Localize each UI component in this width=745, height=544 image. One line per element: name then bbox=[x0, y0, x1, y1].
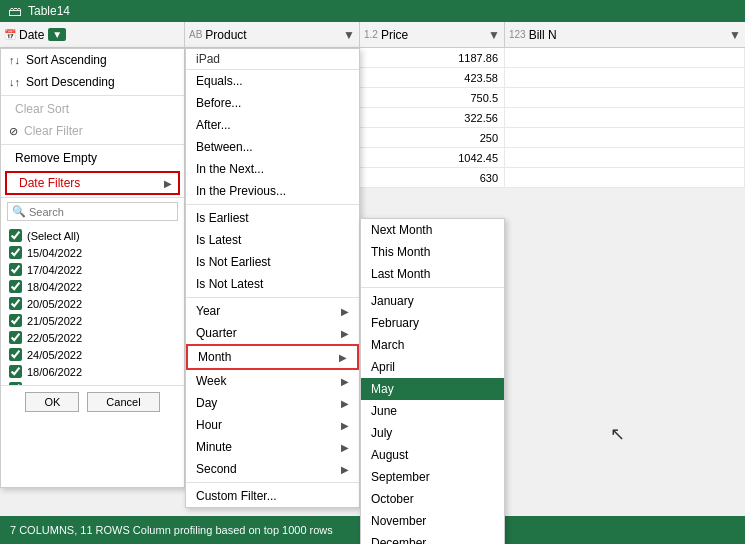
clear-filter-item[interactable]: ⊘ Clear Filter bbox=[1, 120, 184, 142]
submenu-arrow: ▶ bbox=[341, 420, 349, 431]
mid-item-label: Minute bbox=[196, 440, 232, 454]
date-filter-button[interactable]: ▼ bbox=[48, 28, 66, 41]
month-item-november[interactable]: November bbox=[361, 510, 504, 532]
mid-item-minute[interactable]: Minute▶ bbox=[186, 436, 359, 458]
col-header-billn[interactable]: 123 Bill N ▼ bbox=[505, 22, 745, 47]
table-icon: 🗃 bbox=[8, 3, 22, 19]
mid-item-in-next[interactable]: In the Next... bbox=[186, 158, 359, 180]
checkbox-item[interactable]: 21/05/2022 bbox=[1, 312, 184, 329]
mid-item-is-earliest[interactable]: Is Earliest bbox=[186, 207, 359, 229]
mid-item-label: Is Not Latest bbox=[196, 277, 263, 291]
month-item-label: November bbox=[371, 514, 426, 528]
checkbox-d8[interactable] bbox=[9, 365, 22, 378]
checkbox-label: 18/06/2022 bbox=[27, 366, 82, 378]
month-item-may[interactable]: May bbox=[361, 378, 504, 400]
checkbox-select-all[interactable] bbox=[9, 229, 22, 242]
product-type-icon: AB bbox=[189, 29, 202, 40]
checkbox-item[interactable]: 17/04/2022 bbox=[1, 261, 184, 278]
mid-item-after[interactable]: After... bbox=[186, 114, 359, 136]
column-headers: 📅 Date ▼ AB Product ▼ 1.2 Price ▼ 123 Bi… bbox=[0, 22, 745, 48]
mid-item-before[interactable]: Before... bbox=[186, 92, 359, 114]
mid-item-label: Second bbox=[196, 462, 237, 476]
date-filters-item[interactable]: Date Filters ▶ bbox=[5, 171, 180, 195]
checkbox-d4[interactable] bbox=[9, 297, 22, 310]
submenu-arrow: ▶ bbox=[341, 306, 349, 317]
mid-item-in-prev[interactable]: In the Previous... bbox=[186, 180, 359, 202]
col-header-price[interactable]: 1.2 Price ▼ bbox=[360, 22, 505, 47]
checkbox-item[interactable]: 22/05/2022 bbox=[1, 329, 184, 346]
divider-2 bbox=[1, 144, 184, 145]
checkbox-label: 20/06/2022 bbox=[27, 383, 82, 386]
checkbox-d2[interactable] bbox=[9, 263, 22, 276]
mid-item-quarter[interactable]: Quarter▶ bbox=[186, 322, 359, 344]
mid-item-label: After... bbox=[196, 118, 231, 132]
cell-billn bbox=[505, 48, 745, 67]
checkbox-item[interactable]: 18/06/2022 bbox=[1, 363, 184, 380]
mid-item-label: Month bbox=[198, 350, 231, 364]
month-item-label: May bbox=[371, 382, 394, 396]
mid-item-not-earliest[interactable]: Is Not Earliest bbox=[186, 251, 359, 273]
checkbox-item[interactable]: 20/05/2022 bbox=[1, 295, 184, 312]
mid-item-is-latest[interactable]: Is Latest bbox=[186, 229, 359, 251]
month-item-june[interactable]: June bbox=[361, 400, 504, 422]
cell-billn bbox=[505, 108, 745, 127]
checkbox-d1[interactable] bbox=[9, 246, 22, 259]
mid-item-label: Is Not Earliest bbox=[196, 255, 271, 269]
month-item-january[interactable]: January bbox=[361, 290, 504, 312]
mid-item-label: In the Previous... bbox=[196, 184, 286, 198]
sort-asc-icon: ↑↓ bbox=[9, 54, 20, 66]
cancel-button[interactable]: Cancel bbox=[87, 392, 159, 412]
month-item-december[interactable]: December bbox=[361, 532, 504, 544]
mid-divider bbox=[186, 297, 359, 298]
mid-item-label: Is Latest bbox=[196, 233, 241, 247]
col-header-product[interactable]: AB Product ▼ bbox=[185, 22, 360, 47]
clear-sort-item[interactable]: Clear Sort bbox=[1, 98, 184, 120]
checkbox-item[interactable]: (Select All) bbox=[1, 227, 184, 244]
month-item-this-month[interactable]: This Month bbox=[361, 241, 504, 263]
price-dropdown-icon[interactable]: ▼ bbox=[488, 28, 500, 42]
col-header-date[interactable]: 📅 Date ▼ bbox=[0, 22, 185, 47]
price-type-icon: 1.2 bbox=[364, 29, 378, 40]
month-item-last-month[interactable]: Last Month bbox=[361, 263, 504, 285]
mid-item-equals[interactable]: Equals... bbox=[186, 70, 359, 92]
ipad-label: iPad bbox=[196, 52, 220, 66]
checkbox-item[interactable]: 24/05/2022 bbox=[1, 346, 184, 363]
mid-item-week[interactable]: Week▶ bbox=[186, 370, 359, 392]
mid-item-between[interactable]: Between... bbox=[186, 136, 359, 158]
ipad-header: iPad bbox=[186, 49, 359, 70]
checkbox-d5[interactable] bbox=[9, 314, 22, 327]
product-dropdown-icon[interactable]: ▼ bbox=[343, 28, 355, 42]
search-input[interactable] bbox=[29, 206, 173, 218]
date-filters-arrow: ▶ bbox=[164, 178, 172, 189]
mid-item-custom[interactable]: Custom Filter... bbox=[186, 485, 359, 507]
submenu-arrow: ▶ bbox=[341, 464, 349, 475]
mid-item-hour[interactable]: Hour▶ bbox=[186, 414, 359, 436]
sort-desc-icon: ↓↑ bbox=[9, 76, 20, 88]
main-area: iPad 1187.86 423.58 750.5 322.56 250 bbox=[0, 48, 745, 516]
remove-empty-item[interactable]: Remove Empty bbox=[1, 147, 184, 169]
checkbox-d7[interactable] bbox=[9, 348, 22, 361]
month-item-october[interactable]: October bbox=[361, 488, 504, 510]
month-item-february[interactable]: February bbox=[361, 312, 504, 334]
checkbox-item[interactable]: 18/04/2022 bbox=[1, 278, 184, 295]
billn-dropdown-icon[interactable]: ▼ bbox=[729, 28, 741, 42]
month-item-april[interactable]: April bbox=[361, 356, 504, 378]
month-item-next-month[interactable]: Next Month bbox=[361, 219, 504, 241]
mid-item-second[interactable]: Second▶ bbox=[186, 458, 359, 480]
date-filters-label: Date Filters bbox=[19, 176, 80, 190]
mid-item-month[interactable]: Month▶ bbox=[186, 344, 359, 370]
month-item-august[interactable]: August bbox=[361, 444, 504, 466]
checkbox-item[interactable]: 15/04/2022 bbox=[1, 244, 184, 261]
checkbox-d6[interactable] bbox=[9, 331, 22, 344]
sort-descending-item[interactable]: ↓↑ Sort Descending bbox=[1, 71, 184, 93]
mid-item-day[interactable]: Day▶ bbox=[186, 392, 359, 414]
sort-ascending-item[interactable]: ↑↓ Sort Ascending bbox=[1, 49, 184, 71]
mid-item-year[interactable]: Year▶ bbox=[186, 300, 359, 322]
mid-item-not-latest[interactable]: Is Not Latest bbox=[186, 273, 359, 295]
month-item-march[interactable]: March bbox=[361, 334, 504, 356]
checkbox-d9[interactable] bbox=[9, 382, 22, 385]
ok-button[interactable]: OK bbox=[25, 392, 79, 412]
month-item-september[interactable]: September bbox=[361, 466, 504, 488]
month-item-july[interactable]: July bbox=[361, 422, 504, 444]
checkbox-d3[interactable] bbox=[9, 280, 22, 293]
